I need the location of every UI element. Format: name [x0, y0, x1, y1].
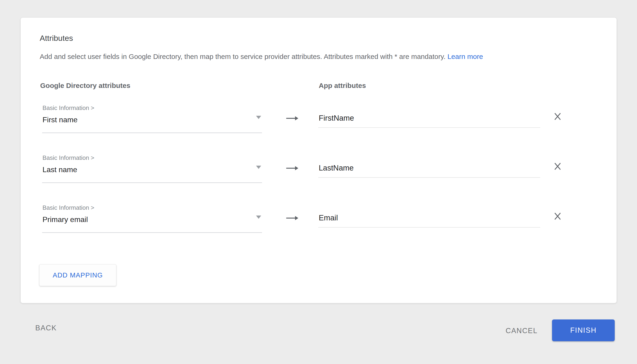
select-underline [42, 132, 262, 133]
google-attribute-value: Last name [43, 165, 77, 174]
google-directory-attribute-select[interactable]: Basic Information > First name [42, 104, 262, 134]
google-attribute-value: First name [43, 115, 78, 124]
attribute-mapping-row: Basic Information > Primary email [21, 204, 616, 254]
page-title: Attributes [40, 33, 73, 43]
add-mapping-label: ADD MAPPING [53, 272, 103, 279]
arrow-right-icon [286, 115, 299, 122]
learn-more-link[interactable]: Learn more [447, 53, 483, 60]
page-description: Add and select user fields in Google Dir… [40, 52, 483, 62]
description-text: Add and select user fields in Google Dir… [40, 53, 445, 60]
app-attribute-input[interactable] [318, 110, 540, 128]
close-icon[interactable] [553, 112, 562, 121]
back-button[interactable]: BACK [35, 324, 57, 332]
select-underline [42, 232, 262, 233]
chevron-down-icon [256, 216, 261, 219]
close-icon[interactable] [553, 162, 562, 171]
chevron-down-icon [256, 166, 261, 169]
arrow-right-icon [286, 165, 299, 172]
arrow-right-icon [286, 214, 299, 222]
app-attribute-input[interactable] [318, 210, 540, 228]
attribute-category-label: Basic Information > [43, 104, 94, 112]
app-attribute-input[interactable] [318, 160, 540, 178]
attribute-mapping-row: Basic Information > First name [21, 104, 616, 154]
attribute-mapping-page: Attributes Add and select user fields in… [0, 0, 637, 364]
close-icon[interactable] [553, 211, 562, 221]
attribute-mapping-row: Basic Information > Last name [21, 154, 616, 204]
google-attribute-value: Primary email [43, 214, 88, 224]
attributes-card: Attributes Add and select user fields in… [21, 18, 617, 303]
attribute-category-label: Basic Information > [43, 204, 94, 211]
add-mapping-button[interactable]: ADD MAPPING [39, 264, 116, 286]
chevron-down-icon [256, 116, 261, 119]
column-header-app-attributes: App attributes [319, 82, 366, 90]
column-header-google-directory: Google Directory attributes [40, 82, 130, 90]
finish-label: FINISH [570, 326, 596, 334]
google-directory-attribute-select[interactable]: Basic Information > Primary email [42, 204, 262, 234]
select-underline [42, 182, 262, 183]
finish-button[interactable]: FINISH [552, 320, 615, 341]
attribute-category-label: Basic Information > [43, 154, 94, 162]
google-directory-attribute-select[interactable]: Basic Information > Last name [42, 154, 262, 184]
cancel-button[interactable]: CANCEL [506, 327, 538, 335]
